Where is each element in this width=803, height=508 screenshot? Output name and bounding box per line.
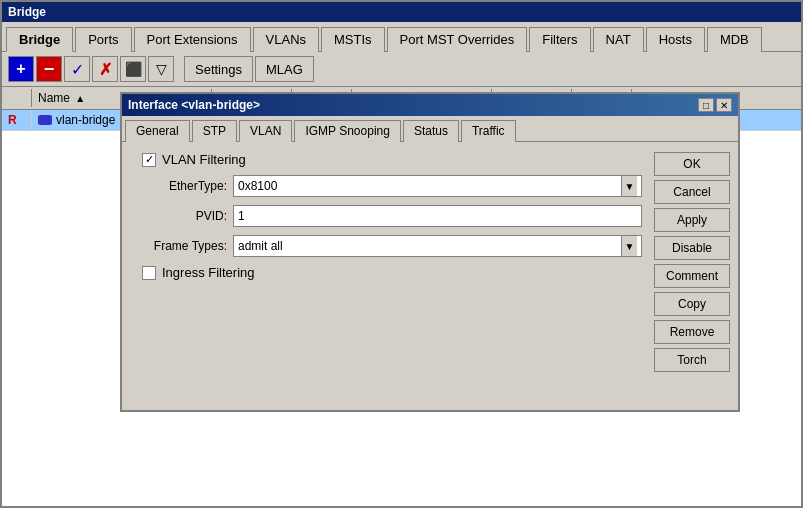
x-button[interactable]: ✗ xyxy=(92,56,118,82)
dialog-title-buttons: □ ✕ xyxy=(698,98,732,112)
remove-btn[interactable]: Remove xyxy=(654,320,730,344)
dialog-title-text: Interface <vlan-bridge> xyxy=(128,98,260,112)
ethertype-value: 0x8100 xyxy=(238,179,621,193)
dialog-tab-igmp-snooping[interactable]: IGMP Snooping xyxy=(294,120,401,142)
ingress-filtering-checkbox[interactable] xyxy=(142,266,156,280)
tab-bridge[interactable]: Bridge xyxy=(6,27,73,52)
vlan-filtering-row: VLAN Filtering xyxy=(132,152,642,167)
dialog-minimize-button[interactable]: □ xyxy=(698,98,714,112)
main-window: Bridge Bridge Ports Port Extensions VLAN… xyxy=(0,0,803,508)
table-area: Name ▲ Type L2 MTU MAC Address Proto... … xyxy=(2,87,801,506)
dialog-tab-status[interactable]: Status xyxy=(403,120,459,142)
title-bar: Bridge xyxy=(2,2,801,22)
frame-types-arrow-icon: ▼ xyxy=(621,236,637,256)
dialog-side-buttons: OK Cancel Apply Disable Comment xyxy=(652,148,732,404)
dialog-tabs: General STP VLAN IGMP Snooping Status Tr… xyxy=(122,116,738,142)
tab-mstis[interactable]: MSTIs xyxy=(321,27,385,52)
frame-types-row: Frame Types: admit all ▼ xyxy=(132,235,642,257)
dialog-tab-general[interactable]: General xyxy=(125,120,190,142)
tab-hosts[interactable]: Hosts xyxy=(646,27,705,52)
pvid-row: PVID: 1 xyxy=(132,205,642,227)
toolbar: + − ✓ ✗ ⬛ ▽ Settings MLAG xyxy=(2,52,801,87)
tab-vlans[interactable]: VLANs xyxy=(253,27,319,52)
remove-button[interactable]: − xyxy=(36,56,62,82)
add-button[interactable]: + xyxy=(8,56,34,82)
tab-port-extensions[interactable]: Port Extensions xyxy=(134,27,251,52)
check-button[interactable]: ✓ xyxy=(64,56,90,82)
vlan-filtering-label: VLAN Filtering xyxy=(162,152,246,167)
main-tabs: Bridge Ports Port Extensions VLANs MSTIs… xyxy=(2,22,801,52)
ethertype-arrow-icon: ▼ xyxy=(621,176,637,196)
settings-button[interactable]: Settings xyxy=(184,56,253,82)
dialog-tab-stp[interactable]: STP xyxy=(192,120,237,142)
pvid-input[interactable]: 1 xyxy=(233,205,642,227)
ingress-filtering-row: Ingress Filtering xyxy=(132,265,642,280)
ethertype-row: EtherType: 0x8100 ▼ xyxy=(132,175,642,197)
dialog-title-bar: Interface <vlan-bridge> □ ✕ xyxy=(122,94,738,116)
tab-ports[interactable]: Ports xyxy=(75,27,131,52)
frame-types-select[interactable]: admit all ▼ xyxy=(233,235,642,257)
tab-port-mst-overrides[interactable]: Port MST Overrides xyxy=(387,27,528,52)
window-title: Bridge xyxy=(8,5,46,19)
tab-filters[interactable]: Filters xyxy=(529,27,590,52)
mlag-button[interactable]: MLAG xyxy=(255,56,314,82)
vlan-filtering-checkbox[interactable] xyxy=(142,153,156,167)
pvid-label: PVID: xyxy=(132,209,227,223)
frame-types-value: admit all xyxy=(238,239,621,253)
tab-nat[interactable]: NAT xyxy=(593,27,644,52)
apply-button[interactable]: Apply xyxy=(654,208,730,232)
bridge-icon xyxy=(38,115,52,125)
comment-button[interactable]: Comment xyxy=(654,264,730,288)
col-num xyxy=(2,89,32,107)
square-button[interactable]: ⬛ xyxy=(120,56,146,82)
cell-num: R xyxy=(2,111,32,129)
copy-button[interactable]: Copy xyxy=(654,292,730,316)
dialog-tab-vlan[interactable]: VLAN xyxy=(239,120,292,142)
tab-mdb[interactable]: MDB xyxy=(707,27,762,52)
cancel-button[interactable]: Cancel xyxy=(654,180,730,204)
ethertype-label: EtherType: xyxy=(132,179,227,193)
ethertype-select[interactable]: 0x8100 ▼ xyxy=(233,175,642,197)
dialog-form: VLAN Filtering EtherType: 0x8100 ▼ PVID: xyxy=(128,148,646,404)
frame-types-label: Frame Types: xyxy=(132,239,227,253)
dialog-body: VLAN Filtering EtherType: 0x8100 ▼ PVID: xyxy=(122,142,738,410)
dialog-tab-traffic[interactable]: Traffic xyxy=(461,120,516,142)
torch-button[interactable]: Torch xyxy=(654,348,730,372)
filter-button[interactable]: ▽ xyxy=(148,56,174,82)
ok-button[interactable]: OK xyxy=(654,152,730,176)
interface-dialog: Interface <vlan-bridge> □ ✕ General STP xyxy=(120,92,740,412)
dialog-close-button[interactable]: ✕ xyxy=(716,98,732,112)
disable-button[interactable]: Disable xyxy=(654,236,730,260)
ingress-filtering-label: Ingress Filtering xyxy=(162,265,254,280)
